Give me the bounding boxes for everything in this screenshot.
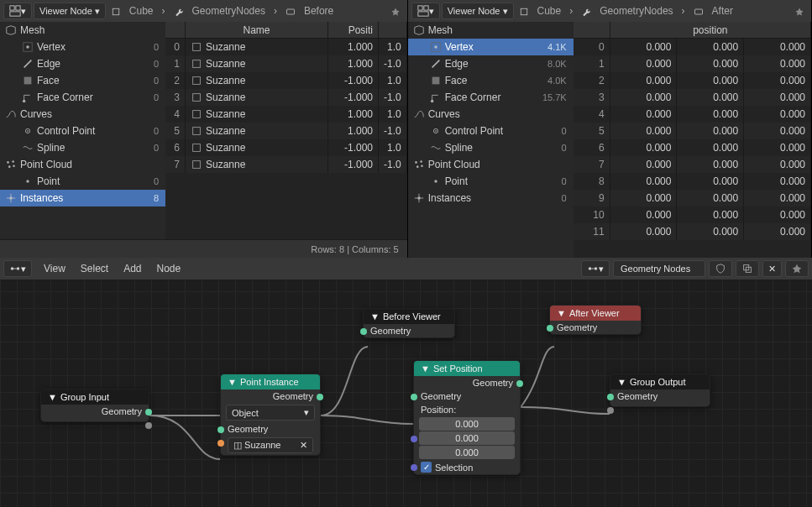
node-point-instance[interactable]: ▼Point Instance Geometry Object▾ Geometr…: [220, 374, 321, 456]
tree-item-instances[interactable]: Instances8: [0, 190, 165, 206]
tree-item-face[interactable]: Face0: [0, 72, 165, 89]
pos-x[interactable]: 0.000: [419, 417, 515, 431]
editor-type-icon[interactable]: ▾: [3, 3, 32, 19]
pos-y[interactable]: 0.000: [419, 431, 515, 445]
socket-blank-out[interactable]: [41, 418, 149, 421]
table-row[interactable]: 30.0000.0000.000: [574, 89, 811, 106]
svg-point-5: [26, 45, 29, 49]
socket-geometry-out[interactable]: Geometry: [221, 389, 320, 403]
crumb-geonodes[interactable]: GeometryNodes: [596, 5, 676, 17]
tree-item-point-cloud[interactable]: Point Cloud: [408, 156, 574, 173]
table-row[interactable]: 40.0000.0000.000: [574, 106, 811, 123]
pin-icon[interactable]: [785, 260, 809, 277]
menu-node[interactable]: Node: [154, 261, 185, 276]
socket-geometry-out[interactable]: Geometry: [414, 376, 520, 389]
unlink-icon[interactable]: ✕: [762, 260, 782, 277]
socket-geometry-in[interactable]: Geometry: [364, 324, 454, 337]
tree-item-mesh[interactable]: Mesh: [0, 22, 165, 39]
duplicate-icon[interactable]: [736, 260, 759, 277]
socket-geometry-in[interactable]: Geometry: [610, 389, 710, 403]
socket-blank-in[interactable]: [610, 403, 710, 406]
viewer-node-dropdown[interactable]: Viewer Node ▾: [34, 3, 106, 19]
tree-item-point[interactable]: Point0: [408, 173, 574, 190]
table-row[interactable]: 4Suzanne1.0001.0: [165, 106, 407, 123]
node-editor: ▾ View Select Add Node ▾ Geometry Nodes …: [0, 258, 812, 507]
instance-type-select[interactable]: Object▾: [226, 405, 315, 421]
socket-geometry-in[interactable]: Geometry: [414, 389, 520, 403]
svg-point-43: [17, 267, 20, 270]
col-position[interactable]: position: [610, 22, 811, 38]
tree-item-vertex[interactable]: Vertex4.1K: [408, 39, 574, 55]
tree-item-control-point[interactable]: Control Point0: [0, 123, 165, 139]
table-row[interactable]: 50.0000.0000.000: [574, 123, 811, 139]
socket-selection-in[interactable]: ✓Selection: [414, 460, 520, 474]
tree-item-curves[interactable]: Curves: [0, 106, 165, 123]
selection-checkbox[interactable]: ✓: [421, 462, 432, 473]
socket-geometry-out[interactable]: Geometry: [41, 405, 149, 418]
node-set-position[interactable]: ▼Set Position Geometry Geometry Position…: [413, 360, 521, 475]
tree-item-face-corner[interactable]: Face Corner15.7K: [408, 89, 574, 106]
svg-rect-0: [10, 6, 14, 10]
shield-icon[interactable]: [709, 260, 732, 277]
col-name[interactable]: Name: [186, 22, 328, 38]
table-row[interactable]: 6Suzanne-1.0001.0: [165, 139, 407, 156]
table-row[interactable]: 0Suzanne1.0001.0: [165, 39, 407, 55]
crumb-before[interactable]: Before: [301, 5, 337, 17]
socket-geometry-in[interactable]: Geometry: [221, 422, 320, 436]
nodegroup-name-field[interactable]: Geometry Nodes: [613, 260, 705, 277]
crumb-after[interactable]: After: [709, 5, 736, 17]
table-row[interactable]: 110.0000.0000.000: [574, 223, 811, 240]
node-before-viewer[interactable]: ▼Before Viewer Geometry: [363, 308, 455, 338]
tree-item-vertex[interactable]: Vertex0: [0, 39, 165, 55]
node-after-viewer[interactable]: ▼After Viewer Geometry: [549, 305, 642, 335]
node-canvas[interactable]: ▼Group Input Geometry ▼Point Instance Ge…: [0, 280, 812, 507]
node-group-input[interactable]: ▼Group Input Geometry: [40, 389, 149, 422]
tree-item-face-corner[interactable]: Face Corner0: [0, 89, 165, 106]
menu-view[interactable]: View: [40, 261, 69, 276]
tree-item-edge[interactable]: Edge8.0K: [408, 55, 574, 72]
crumb-geonodes[interactable]: GeometryNodes: [189, 5, 269, 17]
tree-item-point[interactable]: Point0: [0, 173, 165, 190]
svg-point-37: [420, 160, 422, 163]
table-row[interactable]: 2Suzanne-1.0001.0: [165, 72, 407, 89]
tree-item-mesh[interactable]: Mesh: [408, 22, 574, 39]
svg-point-45: [595, 267, 598, 270]
node-group-output[interactable]: ▼Group Output Geometry: [610, 374, 710, 407]
tree-item-edge[interactable]: Edge0: [0, 55, 165, 72]
socket-object-in[interactable]: ◫ Suzanne✕: [221, 436, 320, 455]
table-row[interactable]: 3Suzanne-1.000-1.0: [165, 89, 407, 106]
table-row[interactable]: 20.0000.0000.000: [574, 72, 811, 89]
clear-icon[interactable]: ✕: [300, 440, 307, 451]
table-row[interactable]: 10.0000.0000.000: [574, 55, 811, 72]
crumb-cube[interactable]: Cube: [126, 5, 157, 17]
menu-select[interactable]: Select: [77, 261, 112, 276]
crumb-cube[interactable]: Cube: [534, 5, 565, 17]
nodegroup-browse-icon[interactable]: ▾: [581, 260, 610, 277]
editor-type-icon[interactable]: ▾: [3, 260, 32, 277]
viewer-node-dropdown[interactable]: Viewer Node ▾: [442, 3, 514, 19]
pos-z[interactable]: 0.000: [419, 446, 515, 459]
tree-item-instances[interactable]: Instances0: [408, 190, 574, 206]
tree-item-control-point[interactable]: Control Point0: [408, 123, 574, 139]
table-row[interactable]: 00.0000.0000.000: [574, 39, 811, 55]
socket-geometry-in[interactable]: Geometry: [550, 321, 641, 334]
tree-item-curves[interactable]: Curves: [408, 106, 574, 123]
tree-item-point-cloud[interactable]: Point Cloud: [0, 156, 165, 173]
tree-item-spline[interactable]: Spline0: [0, 139, 165, 156]
table-row[interactable]: 1Suzanne1.000-1.0: [165, 55, 407, 72]
tree-item-face[interactable]: Face4.0K: [408, 72, 574, 89]
menu-add[interactable]: Add: [120, 261, 144, 276]
table-row[interactable]: 5Suzanne1.000-1.0: [165, 123, 407, 139]
svg-rect-1: [16, 6, 20, 10]
table-row[interactable]: 100.0000.0000.000: [574, 206, 811, 223]
table-row[interactable]: 60.0000.0000.000: [574, 139, 811, 156]
col-position[interactable]: Positi: [328, 22, 379, 38]
table-row[interactable]: 80.0000.0000.000: [574, 173, 811, 190]
table-row[interactable]: 7Suzanne-1.000-1.0: [165, 156, 407, 173]
pin-icon[interactable]: [387, 5, 404, 17]
tree-item-spline[interactable]: Spline0: [408, 139, 574, 156]
editor-type-icon[interactable]: ▾: [411, 3, 440, 19]
table-row[interactable]: 90.0000.0000.000: [574, 190, 811, 206]
table-row[interactable]: 70.0000.0000.000: [574, 156, 811, 173]
pin-icon[interactable]: [791, 5, 808, 17]
